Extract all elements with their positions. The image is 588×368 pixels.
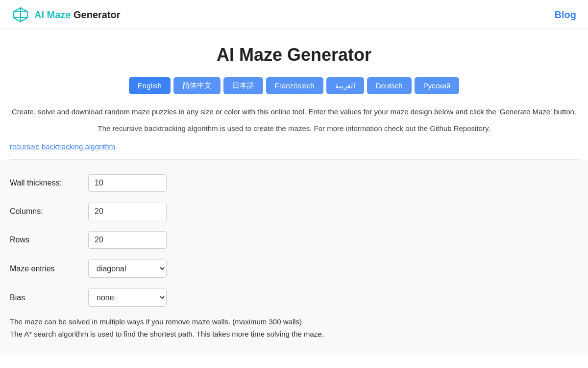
maze-entries-label: Maze entries: [10, 264, 88, 273]
wall-thickness-input[interactable]: [88, 174, 167, 192]
algo-link[interactable]: recursive backtracking algorithm: [10, 142, 115, 151]
maze-entries-select[interactable]: diagonal random horizontal vertical: [88, 260, 167, 278]
bottom-note-1: The maze can be solved in multiple ways …: [10, 317, 353, 326]
rows-input[interactable]: [88, 231, 167, 249]
language-tabs: English 简体中文 日本語 Französisch العربية Deu…: [10, 77, 578, 94]
wall-thickness-label: Wall thickness:: [10, 179, 88, 187]
lang-tab-japanese[interactable]: 日本語: [223, 77, 263, 94]
columns-label: Columns:: [10, 207, 88, 216]
rows-label: Rows: [10, 236, 88, 244]
logo-area: AI Maze Generator: [12, 6, 121, 24]
lang-tab-french[interactable]: Französisch: [266, 77, 323, 94]
lang-tab-english[interactable]: English: [129, 77, 171, 94]
link-area: recursive backtracking algorithm: [10, 142, 578, 159]
lang-tab-russian[interactable]: Русский: [415, 77, 460, 94]
lang-tab-arabic[interactable]: العربية: [326, 77, 364, 94]
page-title: AI Maze Generator: [10, 45, 578, 65]
logo-ai: AI: [34, 9, 44, 20]
logo-icon: [12, 6, 29, 24]
wall-thickness-row: Wall thickness:: [10, 174, 255, 192]
columns-row: Columns:: [10, 203, 255, 220]
logo-maze: Maze: [44, 9, 71, 20]
header: AI Maze Generator Blog: [0, 0, 588, 30]
columns-input[interactable]: [88, 203, 167, 220]
bias-label: Bias: [10, 293, 88, 302]
bottom-note-2: The A* search algorithm is used to find …: [10, 330, 353, 338]
rows-row: Rows: [10, 231, 255, 249]
maze-entries-row: Maze entries diagonal random horizontal …: [10, 260, 255, 278]
form-section: Wall thickness: Columns: Rows Maze entri…: [0, 159, 588, 353]
main-content: AI Maze Generator English 简体中文 日本語 Franz…: [0, 30, 588, 159]
bias-select[interactable]: none horizontal vertical: [88, 289, 167, 307]
algo-note: The recursive backtracking algorithm is …: [10, 123, 578, 134]
description-text: Create, solve and download random maze p…: [10, 106, 578, 118]
logo-generator: Generator: [71, 9, 120, 20]
blog-link[interactable]: Blog: [555, 9, 576, 21]
logo-text: AI Maze Generator: [34, 9, 121, 21]
lang-tab-chinese[interactable]: 简体中文: [173, 77, 220, 94]
bias-row: Bias none horizontal vertical: [10, 289, 255, 307]
lang-tab-german[interactable]: Deutsch: [367, 77, 412, 94]
